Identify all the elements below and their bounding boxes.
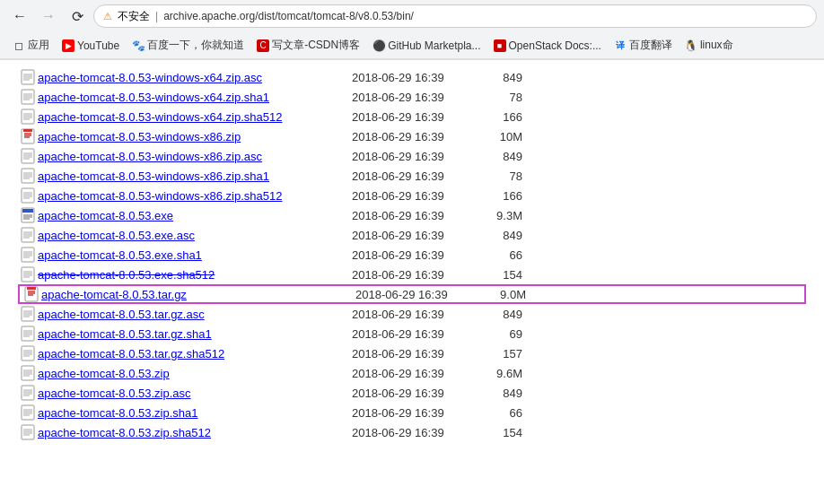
- file-date: 2018-06-29 16:39: [343, 308, 469, 321]
- file-date: 2018-06-29 16:39: [343, 367, 469, 380]
- file-link[interactable]: apache-tomcat-8.0.53.tar.gz: [41, 288, 346, 301]
- bookmark-csdn-label: 写文章-CSDN博客: [272, 38, 360, 53]
- svg-rect-25: [22, 169, 34, 183]
- file-link[interactable]: apache-tomcat-8.0.53-windows-x64.zip.sha…: [38, 91, 343, 104]
- file-type-icon: [18, 424, 38, 440]
- file-row: apache-tomcat-8.0.53.zip2018-06-29 16:39…: [18, 363, 806, 383]
- file-type-icon: [18, 227, 38, 243]
- file-date: 2018-06-29 16:39: [343, 91, 469, 104]
- github-icon: ⚫: [373, 39, 385, 52]
- file-type-icon: [18, 404, 38, 421]
- file-link[interactable]: apache-tomcat-8.0.53.exe.asc: [38, 229, 343, 242]
- apps-icon: ◻: [13, 39, 25, 52]
- svg-rect-30: [22, 188, 34, 203]
- forward-button[interactable]: →: [36, 4, 61, 29]
- file-row: apache-tomcat-8.0.53-windows-x64.zip.asc…: [18, 67, 806, 87]
- file-row: apache-tomcat-8.0.53.tar.gz.sha12018-06-…: [18, 324, 806, 343]
- file-row: apache-tomcat-8.0.53-windows-x86.zip.asc…: [18, 146, 806, 166]
- file-date: 2018-06-29 16:39: [343, 327, 469, 341]
- bookmark-linux[interactable]: 🐧 linux命: [679, 36, 739, 55]
- bookmark-openstack[interactable]: ■ OpenStack Docs:...: [488, 38, 607, 54]
- file-type-icon: [18, 266, 38, 282]
- file-link[interactable]: apache-tomcat-8.0.53.zip.asc: [38, 387, 343, 400]
- bookmark-youtube[interactable]: ▶ YouTube: [57, 38, 125, 54]
- svg-rect-90: [22, 425, 34, 439]
- svg-rect-40: [22, 228, 34, 242]
- file-type-icon: [18, 109, 38, 125]
- file-date: 2018-06-29 16:39: [343, 189, 469, 203]
- file-link[interactable]: apache-tomcat-8.0.53.exe.sha1: [38, 248, 343, 262]
- file-size: 10M: [469, 130, 522, 143]
- file-date: 2018-06-29 16:39: [343, 169, 469, 183]
- file-row: apache-tomcat-8.0.53.tar.gz.asc2018-06-2…: [18, 304, 806, 324]
- svg-rect-16: [23, 129, 32, 132]
- file-date: 2018-06-29 16:39: [343, 387, 469, 400]
- file-row: apache-tomcat-8.0.53-windows-x86.zip2018…: [18, 126, 806, 146]
- file-size: 78: [469, 169, 522, 183]
- bookmarks-bar: ◻ 应用 ▶ YouTube 🐾 百度一下，你就知道 C 写文章-CSDN博客 …: [0, 32, 824, 59]
- baidu-icon: 🐾: [132, 39, 145, 52]
- file-link[interactable]: apache-tomcat-8.0.53-windows-x86.zip.asc: [38, 150, 343, 163]
- file-size: 69: [469, 327, 522, 341]
- file-link[interactable]: apache-tomcat-8.0.53.zip.sha1: [38, 406, 343, 420]
- file-date: 2018-06-29 16:39: [343, 406, 469, 420]
- file-link[interactable]: apache-tomcat-8.0.53.tar.gz.sha1: [38, 327, 343, 341]
- file-date: 2018-06-29 16:39: [343, 110, 469, 124]
- youtube-icon: ▶: [62, 39, 75, 52]
- file-link[interactable]: apache-tomcat-8.0.53.zip.sha512: [38, 426, 343, 439]
- svg-rect-56: [27, 287, 36, 290]
- bookmark-translate-label: 百度翻译: [629, 38, 672, 53]
- bookmark-github-label: GitHub Marketpla...: [388, 39, 480, 52]
- file-link[interactable]: apache-tomcat-8.0.53-windows-x86.zip: [38, 130, 343, 143]
- file-date: 2018-06-29 16:39: [343, 248, 469, 262]
- file-link[interactable]: apache-tomcat-8.0.53.exe: [38, 209, 343, 222]
- file-row: apache-tomcat-8.0.53.tar.gz2018-06-29 16…: [18, 284, 806, 304]
- file-type-icon: [18, 168, 38, 184]
- file-link[interactable]: apache-tomcat-8.0.53-windows-x64.zip.sha…: [38, 110, 343, 124]
- file-row: apache-tomcat-8.0.53.tar.gz.sha5122018-0…: [18, 343, 806, 363]
- bookmark-baidu-translate[interactable]: 译 百度翻译: [609, 36, 678, 55]
- file-size: 66: [469, 248, 522, 262]
- bookmark-github[interactable]: ⚫ GitHub Marketpla...: [367, 38, 486, 54]
- bookmark-csdn[interactable]: C 写文章-CSDN博客: [251, 36, 365, 55]
- file-type-icon: [18, 365, 38, 381]
- file-link[interactable]: apache-tomcat-8.0.53.zip: [38, 367, 343, 380]
- file-type-icon: [18, 128, 38, 144]
- refresh-button[interactable]: ⟳: [65, 4, 90, 29]
- address-bar[interactable]: ⚠ 不安全 | archive.apache.org/dist/tomcat/t…: [93, 4, 817, 28]
- svg-rect-50: [22, 267, 34, 282]
- back-button[interactable]: ←: [7, 4, 32, 29]
- bookmark-linux-label: linux命: [700, 38, 733, 53]
- file-type-icon: [18, 306, 38, 322]
- bookmark-apps[interactable]: ◻ 应用: [7, 36, 55, 55]
- openstack-icon: ■: [494, 39, 506, 52]
- bookmark-baidu-label: 百度一下，你就知道: [147, 38, 244, 53]
- svg-rect-36: [22, 209, 33, 213]
- file-link[interactable]: apache-tomcat-8.0.53-windows-x86.zip.sha…: [38, 169, 343, 183]
- bookmark-youtube-label: YouTube: [77, 39, 119, 52]
- file-row: apache-tomcat-8.0.53-windows-x64.zip.sha…: [18, 87, 806, 107]
- svg-rect-65: [22, 326, 34, 341]
- file-link[interactable]: apache-tomcat-8.0.53.tar.gz.sha512: [38, 347, 343, 361]
- file-link[interactable]: apache-tomcat-8.0.53.tar.gz.asc: [38, 308, 343, 321]
- bookmark-baidu[interactable]: 🐾 百度一下，你就知道: [127, 36, 250, 55]
- file-size: 9.3M: [469, 209, 522, 222]
- file-link[interactable]: apache-tomcat-8.0.53-windows-x86.zip.sha…: [38, 189, 343, 203]
- baidu-translate-icon: 译: [614, 39, 627, 52]
- svg-rect-45: [22, 248, 34, 262]
- linux-icon: 🐧: [685, 39, 697, 52]
- file-size: 9.6M: [469, 367, 522, 380]
- file-row: apache-tomcat-8.0.53.zip.asc2018-06-29 1…: [18, 383, 806, 403]
- file-date: 2018-06-29 16:39: [343, 71, 469, 84]
- file-listing: apache-tomcat-8.0.53-windows-x64.zip.asc…: [0, 60, 824, 504]
- file-date: 2018-06-29 16:39: [346, 288, 472, 301]
- file-type-icon: [18, 148, 38, 164]
- file-link[interactable]: apache-tomcat-8.0.53.exe.sha512: [38, 268, 343, 282]
- svg-rect-85: [22, 405, 34, 420]
- file-date: 2018-06-29 16:39: [343, 229, 469, 242]
- file-size: 849: [469, 71, 522, 84]
- svg-rect-75: [22, 366, 34, 380]
- svg-rect-20: [22, 149, 34, 163]
- file-link[interactable]: apache-tomcat-8.0.53-windows-x64.zip.asc: [38, 71, 343, 84]
- file-size: 166: [469, 189, 522, 203]
